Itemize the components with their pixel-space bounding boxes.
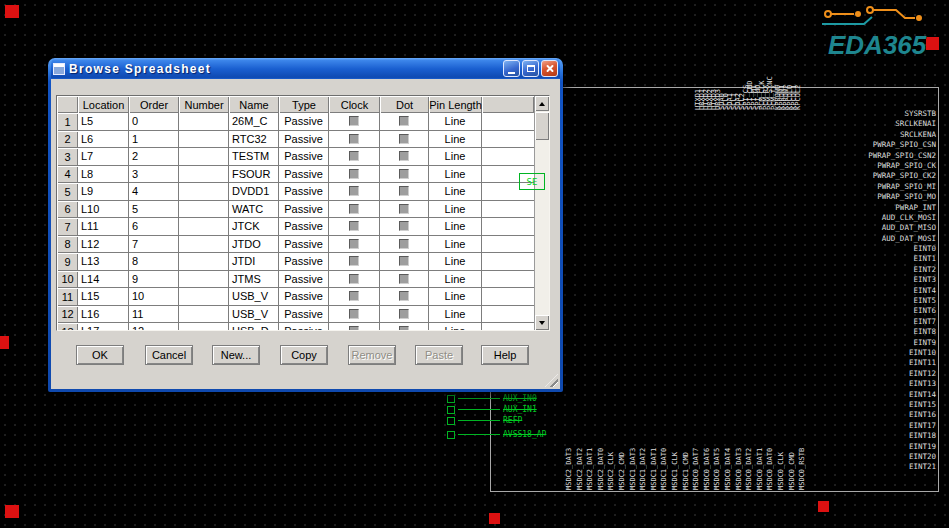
- clock-checkbox[interactable]: [349, 291, 359, 301]
- row-number-cell[interactable]: 9: [57, 253, 78, 271]
- cell-clock[interactable]: [329, 218, 380, 236]
- cell-number[interactable]: [179, 253, 229, 271]
- clock-checkbox[interactable]: [349, 239, 359, 249]
- cell-clock[interactable]: [329, 148, 380, 166]
- row-number-cell[interactable]: 6: [57, 201, 78, 219]
- cell-location[interactable]: L5: [78, 113, 129, 131]
- cell-clock[interactable]: [329, 288, 380, 306]
- cell-type[interactable]: Passive: [279, 236, 329, 254]
- cell-name[interactable]: USB_V: [229, 288, 279, 306]
- cell-type[interactable]: Passive: [279, 253, 329, 271]
- cell-location[interactable]: L15: [78, 288, 129, 306]
- cell-clock[interactable]: [329, 253, 380, 271]
- maximize-button[interactable]: [522, 60, 539, 77]
- dot-checkbox[interactable]: [399, 204, 409, 214]
- cell-name[interactable]: TESTM: [229, 148, 279, 166]
- cell-clock[interactable]: [329, 271, 380, 289]
- cell-type[interactable]: Passive: [279, 271, 329, 289]
- cell-order[interactable]: 2: [129, 148, 179, 166]
- cell-order[interactable]: 0: [129, 113, 179, 131]
- cell-pin-length[interactable]: Line: [429, 236, 482, 254]
- cell-name[interactable]: USB_V: [229, 306, 279, 324]
- cell-clock[interactable]: [329, 113, 380, 131]
- dot-checkbox[interactable]: [399, 309, 409, 319]
- cell-type[interactable]: Passive: [279, 148, 329, 166]
- dot-checkbox[interactable]: [399, 291, 409, 301]
- cell-type[interactable]: Passive: [279, 288, 329, 306]
- column-header-name[interactable]: Name: [229, 96, 279, 113]
- cell-number[interactable]: [179, 166, 229, 184]
- cell-type[interactable]: Passive: [279, 218, 329, 236]
- cell-pin-length[interactable]: Line: [429, 253, 482, 271]
- cell-number[interactable]: [179, 113, 229, 131]
- dot-checkbox[interactable]: [399, 256, 409, 266]
- clock-checkbox[interactable]: [349, 169, 359, 179]
- clock-checkbox[interactable]: [349, 204, 359, 214]
- cell-clock[interactable]: [329, 183, 380, 201]
- close-button[interactable]: [541, 60, 558, 77]
- cell-order[interactable]: 7: [129, 236, 179, 254]
- row-number-cell[interactable]: 13: [57, 323, 78, 330]
- row-number-cell[interactable]: 11: [57, 288, 78, 306]
- cell-order[interactable]: 9: [129, 271, 179, 289]
- copy-button[interactable]: Copy: [280, 345, 328, 365]
- cell-location[interactable]: L16: [78, 306, 129, 324]
- cell-order[interactable]: 1: [129, 131, 179, 149]
- cell-type[interactable]: Passive: [279, 131, 329, 149]
- row-number-cell[interactable]: 7: [57, 218, 78, 236]
- cell-number[interactable]: [179, 183, 229, 201]
- cell-location[interactable]: L11: [78, 218, 129, 236]
- clock-checkbox[interactable]: [349, 134, 359, 144]
- column-header-number[interactable]: Number: [179, 96, 229, 113]
- help-button[interactable]: Help: [481, 345, 529, 365]
- cell-clock[interactable]: [329, 201, 380, 219]
- cell-number[interactable]: [179, 288, 229, 306]
- dot-checkbox[interactable]: [399, 116, 409, 126]
- cell-dot[interactable]: [380, 288, 429, 306]
- row-number-cell[interactable]: 10: [57, 271, 78, 289]
- cell-order[interactable]: 4: [129, 183, 179, 201]
- dot-checkbox[interactable]: [399, 134, 409, 144]
- column-header-order[interactable]: Order: [129, 96, 179, 113]
- cell-type[interactable]: Passive: [279, 201, 329, 219]
- cell-order[interactable]: 12: [129, 323, 179, 330]
- cell-dot[interactable]: [380, 166, 429, 184]
- cancel-button[interactable]: Cancel: [145, 345, 193, 365]
- cell-pin-length[interactable]: Line: [429, 148, 482, 166]
- column-header-pin-length[interactable]: Pin Length: [429, 96, 482, 113]
- cell-pin-length[interactable]: Line: [429, 271, 482, 289]
- cell-type[interactable]: Passive: [279, 113, 329, 131]
- cell-number[interactable]: [179, 201, 229, 219]
- column-header-dot[interactable]: Dot: [380, 96, 429, 113]
- row-number-cell[interactable]: 8: [57, 236, 78, 254]
- cell-clock[interactable]: [329, 236, 380, 254]
- cell-pin-length[interactable]: Line: [429, 183, 482, 201]
- cell-location[interactable]: L8: [78, 166, 129, 184]
- clock-checkbox[interactable]: [349, 274, 359, 284]
- cell-number[interactable]: [179, 306, 229, 324]
- ok-button[interactable]: OK: [76, 345, 124, 365]
- dot-checkbox[interactable]: [399, 239, 409, 249]
- cell-dot[interactable]: [380, 148, 429, 166]
- row-number-cell[interactable]: 1: [57, 113, 78, 131]
- clock-checkbox[interactable]: [349, 326, 359, 330]
- cell-type[interactable]: Passive: [279, 323, 329, 330]
- cell-order[interactable]: 3: [129, 166, 179, 184]
- cell-location[interactable]: L17: [78, 323, 129, 330]
- row-number-cell[interactable]: 2: [57, 131, 78, 149]
- column-header-type[interactable]: Type: [279, 96, 329, 113]
- cell-order[interactable]: 8: [129, 253, 179, 271]
- clock-checkbox[interactable]: [349, 151, 359, 161]
- cell-location[interactable]: L9: [78, 183, 129, 201]
- cell-name[interactable]: FSOUR: [229, 166, 279, 184]
- row-number-cell[interactable]: 4: [57, 166, 78, 184]
- dot-checkbox[interactable]: [399, 186, 409, 196]
- cell-location[interactable]: L7: [78, 148, 129, 166]
- column-header-clock[interactable]: Clock: [329, 96, 380, 113]
- dot-checkbox[interactable]: [399, 169, 409, 179]
- cell-name[interactable]: DVDD1: [229, 183, 279, 201]
- cell-name[interactable]: RTC32: [229, 131, 279, 149]
- cell-pin-length[interactable]: Line: [429, 306, 482, 324]
- row-number-cell[interactable]: 12: [57, 306, 78, 324]
- clock-checkbox[interactable]: [349, 256, 359, 266]
